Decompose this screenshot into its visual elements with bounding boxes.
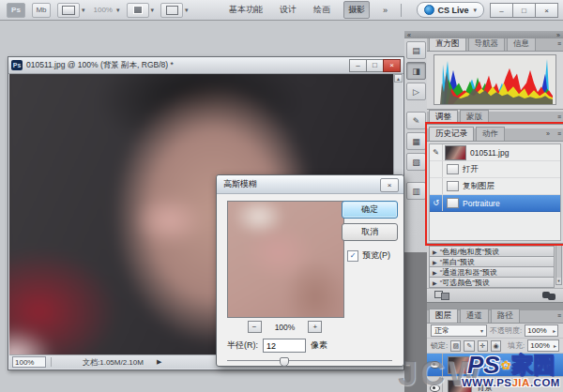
history-step-row-selected[interactable]: ↺ Portraiture bbox=[430, 195, 560, 212]
chevron-down-icon[interactable]: ▾ bbox=[82, 7, 85, 14]
preset-selective-color[interactable]: ▶ “可选颜色”预设 bbox=[429, 278, 555, 288]
panel-menu-icon[interactable]: ≡ bbox=[557, 130, 561, 137]
panel-menu-icon[interactable]: ≡ bbox=[557, 113, 561, 120]
switch-panel-icon[interactable] bbox=[434, 291, 449, 300]
screen-mode-button[interactable] bbox=[160, 3, 183, 18]
history-brush-source-cell[interactable] bbox=[430, 178, 443, 194]
doc-restore-button[interactable]: □ bbox=[366, 59, 384, 72]
scroll-up-icon[interactable]: ▲ bbox=[394, 74, 403, 83]
tab-channels[interactable]: 通道 bbox=[460, 309, 489, 323]
layer-thumbnail[interactable] bbox=[448, 380, 472, 392]
status-expand-icon[interactable]: ▶ bbox=[157, 358, 161, 366]
expand-triangle-icon[interactable]: ▶ bbox=[433, 249, 437, 255]
history-brush-source-cell[interactable] bbox=[430, 161, 443, 177]
layer-thumbnail[interactable] bbox=[448, 356, 472, 374]
expanded-view-icon[interactable] bbox=[542, 292, 555, 300]
doc-close-button[interactable]: × bbox=[383, 59, 401, 72]
scroll-down-icon[interactable]: ▼ bbox=[556, 278, 561, 284]
history-step-row[interactable]: 复制图层 bbox=[430, 178, 560, 195]
actions-panel-icon[interactable]: ▷ bbox=[406, 83, 426, 100]
document-title-bar[interactable]: Ps 010511.jpg @ 100% (背景 副本, RGB/8) * – … bbox=[8, 57, 403, 74]
panel-menu-icon[interactable]: ≡ bbox=[557, 312, 561, 319]
zoom-out-button[interactable]: − bbox=[248, 321, 262, 333]
zoom-level-value[interactable]: 100% bbox=[92, 4, 114, 17]
fill-value[interactable]: 100% ▸ bbox=[527, 339, 559, 352]
radius-slider[interactable] bbox=[227, 357, 392, 365]
layer-name[interactable]: 背景 bbox=[477, 383, 493, 392]
workspace-tab-painting[interactable]: 绘画 bbox=[310, 2, 334, 18]
eye-icon[interactable] bbox=[430, 384, 440, 392]
tab-history[interactable]: 历史记录 bbox=[429, 127, 474, 141]
lock-all-icon[interactable]: ◉ bbox=[491, 340, 501, 352]
history-brush-source-cell[interactable]: ✎ bbox=[430, 144, 443, 160]
zoom-in-button[interactable]: + bbox=[308, 321, 322, 333]
eye-icon[interactable] bbox=[430, 361, 440, 369]
close-button[interactable]: × bbox=[535, 3, 558, 18]
visibility-cell[interactable] bbox=[427, 377, 443, 392]
panel-menu-icon[interactable]: ≡ bbox=[557, 40, 561, 47]
tab-layers[interactable]: 图层 bbox=[429, 309, 458, 323]
cancel-button[interactable]: 取消 bbox=[342, 223, 398, 241]
workspace-tab-photography[interactable]: 摄影 bbox=[343, 1, 370, 19]
blur-preview-box[interactable] bbox=[227, 201, 344, 318]
tab-adjustments[interactable]: 调整 bbox=[429, 110, 458, 124]
radius-input[interactable] bbox=[263, 339, 306, 353]
slider-thumb[interactable] bbox=[280, 357, 289, 367]
expand-triangle-icon[interactable]: ▶ bbox=[433, 279, 437, 286]
minimize-button[interactable]: – bbox=[490, 3, 513, 18]
chevron-down-icon[interactable]: ▾ bbox=[116, 7, 120, 14]
workspace-overflow-button[interactable]: » bbox=[379, 4, 391, 17]
layer-row-background[interactable]: 背景 bbox=[427, 377, 563, 392]
slider-track[interactable] bbox=[227, 360, 392, 361]
arrange-documents-button[interactable] bbox=[127, 3, 149, 18]
tab-histogram[interactable]: 直方图 bbox=[429, 37, 466, 51]
preset-channel-mixer[interactable]: ▶ “通道混和器”预设 bbox=[429, 267, 555, 278]
history-step-row[interactable]: 打开 bbox=[430, 161, 560, 178]
dialog-close-button[interactable]: × bbox=[380, 178, 399, 192]
dialog-title-bar[interactable]: 高斯模糊 bbox=[217, 175, 403, 194]
workspace-tab-design[interactable]: 设计 bbox=[276, 2, 300, 18]
tab-masks[interactable]: 蒙版 bbox=[460, 110, 489, 124]
panel-dock-header[interactable]: « » bbox=[404, 31, 563, 38]
visibility-cell[interactable] bbox=[427, 354, 443, 376]
tab-actions[interactable]: 动作 bbox=[476, 127, 505, 141]
chevron-down-icon[interactable]: ▾ bbox=[151, 7, 155, 14]
status-zoom-input[interactable]: 100% bbox=[12, 356, 46, 368]
view-extras-button[interactable] bbox=[57, 3, 80, 18]
collapse-panels-icon[interactable]: » bbox=[556, 32, 560, 38]
lock-pixels-icon[interactable]: ✎ bbox=[464, 340, 474, 352]
doc-minimize-button[interactable]: – bbox=[349, 59, 367, 72]
lock-transparency-icon[interactable]: ▨ bbox=[450, 340, 461, 352]
chevron-down-icon[interactable]: ▾ bbox=[185, 7, 189, 14]
preset-black-white[interactable]: ▶ “黑白”预设 bbox=[429, 257, 555, 267]
ok-button[interactable]: 确定 bbox=[342, 201, 398, 219]
preview-checkbox-row[interactable]: ✓ 预览(P) bbox=[347, 249, 390, 262]
blend-mode-select[interactable]: 正常 ▾ bbox=[431, 324, 487, 337]
history-brush-source-icon[interactable]: ↺ bbox=[430, 195, 443, 211]
checkbox-checked-icon[interactable]: ✓ bbox=[347, 250, 358, 262]
expand-triangle-icon[interactable]: ▶ bbox=[433, 269, 437, 276]
workspace-tab-essentials[interactable]: 基本功能 bbox=[225, 2, 266, 18]
lock-position-icon[interactable]: ✛ bbox=[478, 340, 488, 352]
preset-hue-saturation[interactable]: ▶ “色相/饱和度”预设 bbox=[429, 246, 555, 257]
presets-scrollbar[interactable]: ▼ bbox=[555, 244, 562, 285]
mini-bridge-button[interactable]: Mb bbox=[32, 3, 51, 18]
expand-triangle-icon[interactable]: ▶ bbox=[433, 259, 437, 265]
opacity-value[interactable]: 100% ▸ bbox=[525, 324, 558, 337]
tab-paths[interactable]: 路径 bbox=[491, 309, 520, 323]
layer-name[interactable]: 背景 副本 bbox=[477, 359, 510, 370]
histogram-panel-icon[interactable]: ◨ bbox=[406, 62, 426, 80]
history-snapshot-row[interactable]: ✎ 010511.jpg bbox=[430, 144, 560, 161]
output-panel-icon[interactable]: ▥ bbox=[406, 182, 426, 200]
paths-panel-icon[interactable]: ▧ bbox=[406, 153, 426, 171]
restore-button[interactable]: □ bbox=[512, 3, 536, 18]
tab-navigator[interactable]: 导航器 bbox=[468, 37, 506, 51]
collapse-panels-icon[interactable]: « bbox=[407, 32, 411, 38]
channels-panel-icon[interactable]: ▦ bbox=[406, 132, 426, 150]
fast-forward-icon[interactable]: » bbox=[546, 130, 550, 137]
brush-panel-icon[interactable]: ✎ bbox=[406, 112, 426, 129]
layer-row-background-copy[interactable]: 背景 副本 bbox=[427, 354, 563, 377]
cs-live-button[interactable]: CS Live ▾ bbox=[417, 2, 484, 18]
mini-bridge-panel-icon[interactable]: ▤ bbox=[406, 41, 426, 59]
tab-info[interactable]: 信息 bbox=[507, 37, 536, 51]
